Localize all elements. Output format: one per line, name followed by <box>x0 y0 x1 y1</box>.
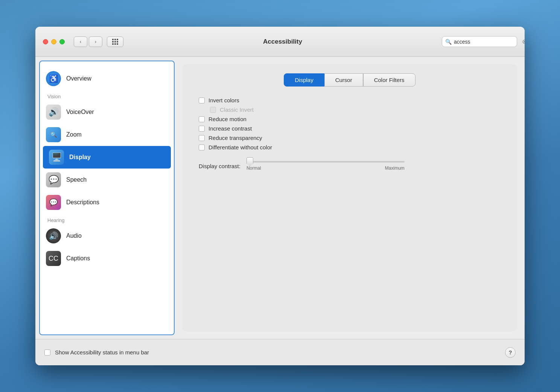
sidebar-section-hearing: Hearing <box>40 214 174 225</box>
reduce-motion-checkbox[interactable] <box>199 116 205 122</box>
back-button[interactable]: ‹ <box>74 36 87 47</box>
forward-button[interactable]: › <box>89 36 102 47</box>
sidebar-item-label-voiceover: VoiceOver <box>66 109 94 115</box>
contrast-slider-wrapper: Normal Maximum <box>247 161 405 171</box>
zoom-icon: 🔍 <box>46 127 61 142</box>
differentiate-row: Differentiate without color <box>199 144 508 150</box>
traffic-lights <box>43 39 65 44</box>
forward-icon: › <box>95 39 96 44</box>
maximize-button[interactable] <box>59 39 65 44</box>
slider-labels: Normal Maximum <box>247 166 405 171</box>
sidebar-item-label-overview: Overview <box>66 75 91 82</box>
captions-icon: CC <box>46 251 61 266</box>
grid-view-button[interactable] <box>107 36 123 47</box>
grid-icon <box>112 39 118 45</box>
slider-max-label: Maximum <box>385 166 405 171</box>
sidebar-item-label-display: Display <box>69 154 91 161</box>
window-title: Accessibility <box>128 38 437 46</box>
contrast-slider[interactable] <box>247 161 405 163</box>
differentiate-label: Differentiate without color <box>208 144 272 150</box>
sidebar-item-voiceover[interactable]: 🔊 VoiceOver <box>40 101 174 123</box>
reduce-transparency-checkbox[interactable] <box>199 135 205 141</box>
invert-colors-row: Invert colors <box>199 97 508 103</box>
back-icon: ‹ <box>80 39 81 44</box>
help-button[interactable]: ? <box>505 347 516 358</box>
content-area: Display Cursor Color Filters Invert colo… <box>175 57 525 339</box>
tab-color-filters[interactable]: Color Filters <box>363 73 415 87</box>
overview-icon: ♿ <box>46 71 61 86</box>
help-icon: ? <box>508 349 512 356</box>
classic-invert-checkbox[interactable] <box>210 107 216 113</box>
invert-colors-checkbox[interactable] <box>199 97 205 103</box>
increase-contrast-row: Increase contrast <box>199 125 508 132</box>
sidebar-section-vision: Vision <box>40 90 174 101</box>
status-menubar-checkbox[interactable] <box>44 349 50 356</box>
sidebar-item-overview[interactable]: ♿ Overview <box>40 67 174 90</box>
sidebar-item-audio[interactable]: 🔊 Audio <box>40 225 174 247</box>
clear-search-icon[interactable]: ⊗ <box>522 38 525 45</box>
speech-icon: 💬 <box>46 172 61 187</box>
classic-invert-label: Classic Invert <box>220 106 254 113</box>
contrast-label: Display contrast: <box>199 163 240 169</box>
increase-contrast-checkbox[interactable] <box>199 126 205 132</box>
audio-icon: 🔊 <box>46 228 61 243</box>
tab-display[interactable]: Display <box>284 73 324 87</box>
classic-invert-row: Classic Invert <box>199 106 508 113</box>
sidebar-item-label-audio: Audio <box>66 232 82 239</box>
sidebar-item-label-zoom: Zoom <box>66 131 82 138</box>
reduce-transparency-label: Reduce transparency <box>208 135 262 141</box>
sidebar-item-descriptions[interactable]: 💬 Descriptions <box>40 191 174 214</box>
descriptions-icon: 💬 <box>46 195 61 210</box>
sidebar-item-label-descriptions: Descriptions <box>66 199 99 206</box>
sidebar-item-zoom[interactable]: 🔍 Zoom <box>40 123 174 146</box>
reduce-motion-label: Reduce motion <box>208 116 247 122</box>
sidebar-item-label-captions: Captions <box>66 255 90 262</box>
search-bar[interactable]: 🔍 ⊗ <box>442 36 517 47</box>
sidebar-item-speech[interactable]: 💬 Speech <box>40 169 174 191</box>
main-content: ♿ Overview Vision 🔊 VoiceOver 🔍 <box>35 57 525 339</box>
voiceover-icon: 🔊 <box>46 105 61 120</box>
reduce-motion-row: Reduce motion <box>199 116 508 122</box>
increase-contrast-label: Increase contrast <box>208 125 252 132</box>
tab-cursor[interactable]: Cursor <box>324 73 363 87</box>
minimize-button[interactable] <box>51 39 56 44</box>
invert-colors-label: Invert colors <box>208 97 239 103</box>
close-button[interactable] <box>43 39 48 44</box>
sidebar-item-display[interactable]: 🖥️ Display <box>43 146 171 169</box>
search-icon: 🔍 <box>445 39 452 45</box>
sidebar-item-label-speech: Speech <box>66 176 87 183</box>
main-window: ‹ › Accessibility 🔍 ⊗ ♿ <box>35 27 525 365</box>
sidebar: ♿ Overview Vision 🔊 VoiceOver 🔍 <box>39 61 175 335</box>
status-menubar-label: Show Accessibility status in menu bar <box>55 349 149 356</box>
slider-min-label: Normal <box>247 166 261 171</box>
contrast-section: Display contrast: Normal Maximum <box>191 161 508 171</box>
reduce-transparency-row: Reduce transparency <box>199 135 508 141</box>
differentiate-checkbox[interactable] <box>199 144 205 150</box>
display-icon: 🖥️ <box>49 150 64 165</box>
titlebar: ‹ › Accessibility 🔍 ⊗ <box>35 27 525 57</box>
content-panel: Display Cursor Color Filters Invert colo… <box>182 64 517 331</box>
nav-buttons: ‹ › <box>74 36 102 47</box>
tab-bar: Display Cursor Color Filters <box>191 73 508 87</box>
sidebar-item-captions[interactable]: CC Captions <box>40 247 174 270</box>
bottom-bar: Show Accessibility status in menu bar ? <box>35 339 525 365</box>
search-input[interactable] <box>454 39 520 45</box>
display-options: Invert colors Classic Invert Reduce moti… <box>191 97 508 150</box>
